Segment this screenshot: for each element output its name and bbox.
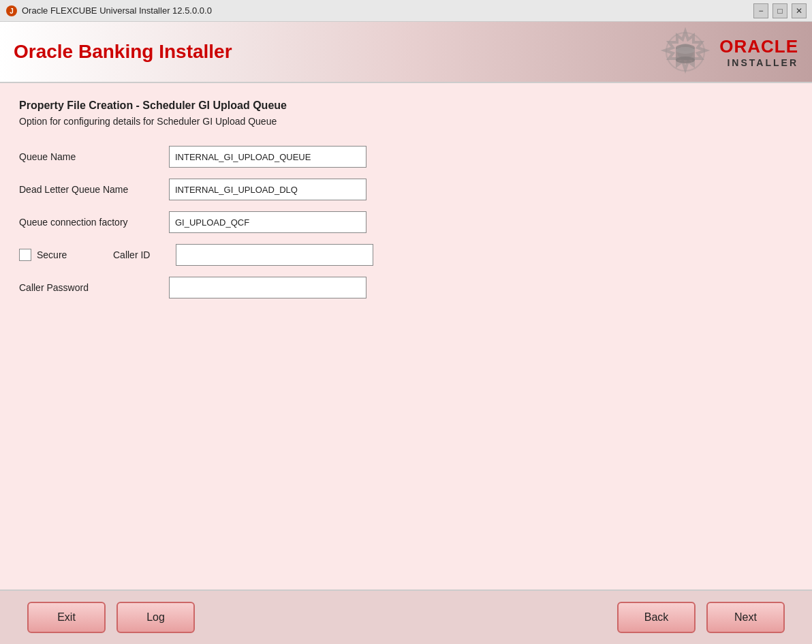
footer: Exit Log Back Next bbox=[0, 589, 812, 644]
svg-point-7 bbox=[676, 47, 695, 54]
header-gear-area: ORACLE INSTALLER bbox=[658, 25, 798, 79]
java-icon: J bbox=[5, 5, 18, 17]
next-button[interactable]: Next bbox=[706, 602, 785, 633]
dead-letter-queue-label: Dead Letter Queue Name bbox=[19, 184, 169, 195]
page-subtitle: Option for configuring details for Sched… bbox=[19, 116, 793, 127]
svg-point-6 bbox=[676, 57, 695, 63]
queue-name-label: Queue Name bbox=[19, 151, 169, 162]
dead-letter-queue-input[interactable] bbox=[169, 179, 366, 200]
secure-checkbox[interactable] bbox=[19, 249, 31, 261]
header-title: Oracle Banking Installer bbox=[14, 41, 232, 63]
title-bar: J Oracle FLEXCUBE Universal Installer 12… bbox=[0, 0, 812, 22]
caller-password-row: Caller Password bbox=[19, 277, 793, 298]
queue-connection-row: Queue connection factory bbox=[19, 211, 793, 233]
installer-text: INSTALLER bbox=[727, 57, 798, 68]
back-button[interactable]: Back bbox=[617, 602, 696, 633]
page-title: Property File Creation - Scheduler GI Up… bbox=[19, 99, 793, 112]
header-banner: Oracle Banking Installer ORACLE INSTALLE… bbox=[0, 22, 812, 83]
footer-right: Back Next bbox=[617, 602, 785, 633]
secure-row: Secure Caller ID bbox=[19, 244, 793, 266]
oracle-logo: ORACLE INSTALLER bbox=[719, 36, 798, 68]
title-bar-text: Oracle FLEXCUBE Universal Installer 12.5… bbox=[22, 5, 753, 16]
caller-password-input[interactable] bbox=[169, 277, 366, 298]
footer-left: Exit Log bbox=[27, 602, 195, 633]
close-button[interactable]: ✕ bbox=[792, 3, 807, 18]
queue-connection-input[interactable] bbox=[169, 211, 366, 233]
oracle-text: ORACLE bbox=[719, 36, 798, 57]
log-button[interactable]: Log bbox=[116, 602, 195, 633]
caller-password-label: Caller Password bbox=[19, 282, 169, 293]
queue-connection-label: Queue connection factory bbox=[19, 217, 169, 228]
exit-button[interactable]: Exit bbox=[27, 602, 106, 633]
main-content: Property File Creation - Scheduler GI Up… bbox=[0, 83, 812, 589]
caller-id-label: Caller ID bbox=[113, 249, 168, 260]
queue-name-row: Queue Name bbox=[19, 146, 793, 168]
secure-label: Secure bbox=[37, 249, 91, 260]
svg-text:J: J bbox=[10, 7, 14, 15]
dead-letter-queue-row: Dead Letter Queue Name bbox=[19, 179, 793, 200]
caller-id-input[interactable] bbox=[176, 244, 373, 266]
gear-icon bbox=[658, 25, 713, 79]
title-bar-controls: − □ ✕ bbox=[753, 3, 807, 18]
maximize-button[interactable]: □ bbox=[772, 3, 787, 18]
queue-name-input[interactable] bbox=[169, 146, 366, 168]
minimize-button[interactable]: − bbox=[753, 3, 768, 18]
